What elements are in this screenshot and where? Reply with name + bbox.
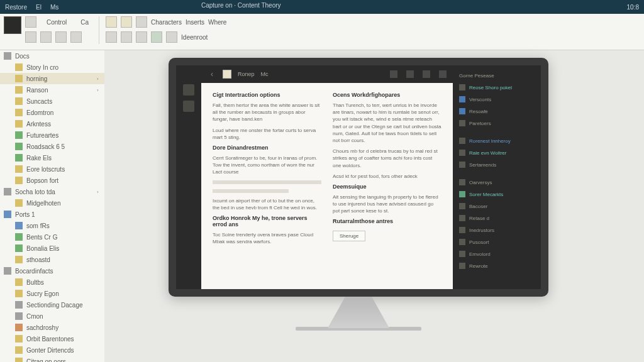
inspector-item[interactable]: Versconts [457, 94, 537, 104]
tab-mode[interactable]: Mc [261, 71, 269, 77]
sidebar-item[interactable]: Bopson fort [0, 175, 104, 186]
sidebar-item[interactable]: Roadsack 6 5 [0, 141, 104, 152]
sidebar-item[interactable]: sachdroshy [0, 322, 104, 333]
sidebar-item[interactable]: Suncacts [0, 96, 104, 107]
tool-icon[interactable] [40, 31, 52, 43]
inspector-label: Pusosort [469, 239, 489, 245]
inspector-item[interactable]: Pusosort [457, 237, 537, 247]
tool-icon[interactable] [25, 31, 36, 43]
sidebar-item[interactable]: Bultbs [0, 277, 104, 288]
back-button[interactable]: ‹ [208, 70, 216, 79]
ribbon-ca[interactable]: Ca [77, 18, 92, 27]
sidebar-item-label: Orbit Barentones [26, 336, 74, 343]
inspector-item[interactable]: Oarversys [457, 177, 537, 187]
menu-el[interactable]: El [36, 4, 42, 11]
item-icon [459, 251, 465, 257]
sidebar-item[interactable]: Futureartes [0, 129, 104, 141]
toolbar-icon[interactable] [423, 70, 430, 78]
sidebar-item-label: Ports 1 [15, 211, 35, 218]
sidebar-item[interactable]: Sucry Egon [0, 288, 104, 299]
inspector-item[interactable]: Reose Shoro pokel [457, 82, 537, 92]
view-icon[interactable] [121, 16, 132, 28]
view-icon[interactable] [136, 16, 147, 28]
sidebar-item[interactable]: Ranson› [0, 84, 104, 96]
doc-para: Toc Soine trenderty overa braves pase Cl… [213, 231, 321, 245]
folder-icon [4, 52, 11, 60]
inspector-label: Resoafe [469, 109, 488, 114]
sidebar-item[interactable]: Gonter Dirtencds [0, 344, 104, 356]
toolbar-icon[interactable] [406, 70, 414, 78]
inspector-item[interactable]: Emvolord [457, 249, 537, 259]
tab-where[interactable]: Where [208, 19, 226, 26]
doc-heading: Cigt Intertraction options [213, 92, 321, 98]
view-icon[interactable] [106, 16, 117, 28]
inspector-item[interactable]: Inedrustors [457, 225, 537, 235]
doc-para: Than Turench, to terr, wert unrios in be… [333, 102, 441, 144]
sidebar-item[interactable]: Edomtron [0, 107, 104, 118]
sidebar-item[interactable]: Bonalia Elis [0, 243, 104, 254]
toolbar-icon[interactable] [390, 70, 397, 78]
toolbar-icon[interactable] [439, 70, 447, 78]
item-icon [459, 108, 465, 114]
item-icon [459, 162, 465, 168]
tool-icon[interactable] [106, 31, 117, 43]
sidebar-item[interactable]: Arkntess [0, 118, 104, 129]
ribbon-ideenroot[interactable]: Ideenroot [181, 34, 208, 41]
inspector-item[interactable]: Paretoers [457, 118, 537, 128]
folder-icon [4, 267, 11, 275]
folder-icon [4, 211, 11, 218]
sidebar-item[interactable]: sthoastd [0, 254, 104, 265]
sidebar-item[interactable]: som fRs [0, 220, 104, 231]
tool-icon[interactable] [151, 31, 162, 43]
inspector-item[interactable]: Sertamends [457, 160, 537, 170]
tool-icon[interactable] [25, 16, 36, 28]
sidebar-item[interactable]: Midgelhoten [0, 197, 104, 209]
sidebar-item[interactable]: Sectionding Dacage [0, 299, 104, 310]
tab-characters[interactable]: Characters [151, 19, 182, 26]
folder-icon [15, 358, 23, 362]
tool-icon[interactable] [70, 31, 82, 43]
inspector-panel: Gorne PeseaseReose Shoro pokelVerscontsR… [453, 65, 541, 289]
sidebar-item[interactable]: Docs [0, 50, 104, 62]
tool-icon[interactable] [136, 31, 147, 43]
activity-icon[interactable] [183, 84, 194, 96]
inspector-item[interactable]: Rewrote [457, 261, 537, 271]
inspector-item[interactable]: Retase d [457, 213, 537, 223]
folder-icon [15, 335, 23, 343]
folder-icon [15, 324, 23, 331]
sidebar-item[interactable]: Story In cro [0, 62, 104, 73]
inspector-item[interactable]: Resoafe [457, 106, 537, 116]
inspector-item[interactable]: Rale evn Woltrer [457, 148, 537, 158]
sidebar-item[interactable]: Orbit Barentones [0, 333, 104, 344]
tool-icon[interactable] [166, 31, 177, 43]
item-icon [459, 150, 465, 156]
sidebar-item[interactable]: Bents Cr G [0, 231, 104, 243]
sidebar-item[interactable]: Cmon [0, 310, 104, 322]
inspector-label: Versconts [469, 97, 491, 102]
menu-ms[interactable]: Ms [50, 4, 58, 11]
ribbon-control[interactable]: Control [43, 18, 70, 27]
doc-heading: Ocens Workdrfighopares [333, 92, 441, 98]
doc-button[interactable]: Sheruge [333, 231, 365, 241]
activity-icon[interactable] [183, 101, 194, 112]
tab-title[interactable]: Ronep [238, 71, 255, 77]
sidebar-item[interactable]: Rake Els [0, 152, 104, 163]
sidebar-item-label: Futureartes [26, 132, 58, 139]
item-icon [459, 191, 465, 197]
folder-icon [15, 222, 23, 229]
sidebar-item[interactable]: Eore lotscruts [0, 163, 104, 175]
sidebar-item[interactable]: horning› [0, 73, 104, 84]
sidebar-item[interactable]: Citrag on oors [0, 356, 104, 362]
sidebar-item[interactable]: Ports 1 [0, 209, 104, 220]
chevron-icon: › [97, 87, 102, 93]
sidebar-item[interactable]: Socha loto tda› [0, 186, 104, 197]
tab-inserts[interactable]: Inserts [186, 19, 204, 26]
inspector-item[interactable]: Sorer Mecarkts [457, 189, 537, 199]
title-center: Capture on · Content Theory [201, 2, 281, 9]
tool-icon[interactable] [121, 31, 132, 43]
sidebar-item[interactable]: Bocardinfacts [0, 265, 104, 277]
inspector-item[interactable]: Rorenest Innheroy [457, 136, 537, 146]
tool-icon[interactable] [55, 31, 67, 43]
inspector-item[interactable]: Bacoser [457, 201, 537, 211]
menu-restore[interactable]: Restore [5, 4, 27, 11]
